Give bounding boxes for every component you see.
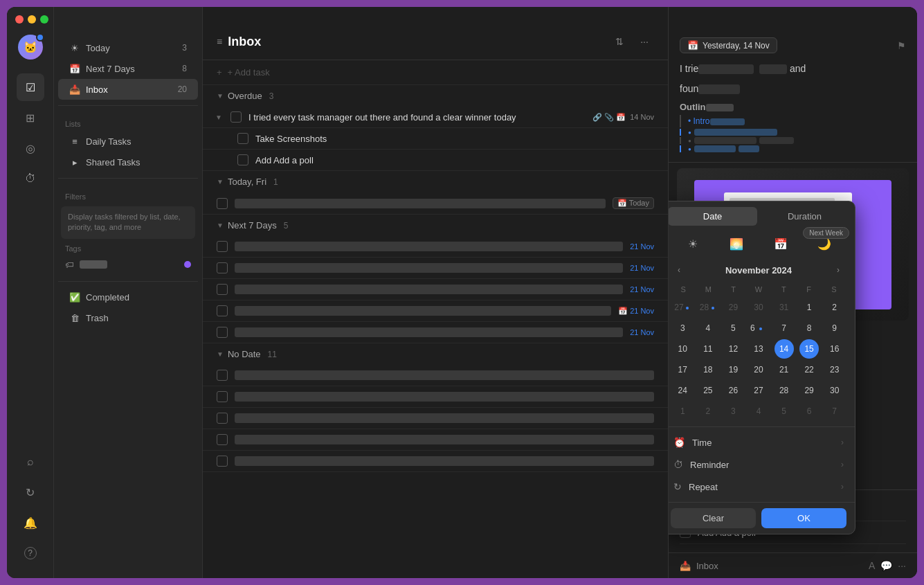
date-badge[interactable]: 📅 Yesterday, 14 Nov [680, 37, 777, 53]
cal-day-14-today[interactable]: 14 [774, 339, 794, 359]
cal-day-20[interactable]: 20 [749, 360, 768, 379]
expand-icon[interactable]: ▼ [214, 112, 224, 122]
subtask-checkbox[interactable] [237, 133, 248, 144]
task-checkbox[interactable] [217, 241, 228, 252]
tag-item[interactable]: 🏷 [65, 257, 191, 273]
sidebar-item-completed[interactable]: ✅ Completed [58, 287, 198, 308]
cal-day-6-dec[interactable]: 6 [799, 402, 819, 421]
task-checkbox[interactable] [217, 284, 228, 295]
table-row[interactable]: ▼ I tried every task manager out there a… [203, 107, 668, 128]
cal-day-5-dec[interactable]: 5 [774, 402, 794, 421]
task-checkbox[interactable] [217, 413, 228, 424]
table-row[interactable]: Take Screenshots [203, 128, 668, 150]
sidebar-item-inbox[interactable]: 📥 Inbox 20 [58, 79, 198, 100]
sidebar-item-today[interactable]: ☑ [17, 73, 44, 101]
maximize-button[interactable] [40, 15, 48, 24]
cal-calendar-icon-btn[interactable]: 📅 [770, 233, 792, 255]
cal-day-18[interactable]: 18 [698, 360, 718, 379]
cal-day-19[interactable]: 19 [723, 360, 743, 379]
cal-day-15[interactable]: 15 [799, 339, 819, 359]
section-header-overdue[interactable]: ▼ Overdue 3 [203, 85, 668, 107]
section-header-next7days[interactable]: ▼ Next 7 Days 5 [203, 215, 668, 236]
cal-day-4[interactable]: 4 [698, 318, 718, 338]
sidebar-item-trash[interactable]: 🗑 Trash [58, 308, 198, 329]
task-checkbox[interactable] [217, 198, 228, 209]
sidebar-item-clock[interactable]: ⏱ [17, 165, 44, 192]
task-checkbox[interactable] [217, 262, 228, 273]
table-row[interactable]: 21 Nov [203, 322, 668, 343]
cal-day-30-oct[interactable]: 30 [749, 298, 768, 317]
cal-day-21[interactable]: 21 [774, 360, 794, 379]
sidebar-item-today[interactable]: ☀ Today 3 [58, 37, 198, 58]
comment-action-btn[interactable]: 💬 [880, 560, 892, 571]
font-action-btn[interactable]: A [869, 560, 875, 571]
cal-day-8[interactable]: 8 [799, 318, 819, 338]
avatar[interactable]: 🐱 [18, 35, 43, 60]
cal-day-12[interactable]: 12 [723, 339, 743, 359]
cal-day-11[interactable]: 11 [698, 339, 718, 359]
refresh-icon-btn[interactable]: ↻ [17, 478, 44, 506]
table-row[interactable] [203, 408, 668, 429]
task-checkbox[interactable] [217, 456, 228, 467]
cal-day-10[interactable]: 10 [673, 339, 692, 359]
cal-day-9[interactable]: 9 [825, 318, 844, 338]
cal-day-29[interactable]: 29 [799, 381, 819, 400]
subtask-checkbox[interactable] [237, 154, 248, 165]
cal-day-22[interactable]: 22 [799, 360, 819, 379]
cal-day-7[interactable]: 7 [774, 318, 794, 338]
more-options-button[interactable]: ··· [635, 32, 654, 51]
task-checkbox[interactable] [217, 391, 228, 402]
ok-button[interactable]: OK [761, 508, 846, 528]
table-row[interactable]: 21 Nov [203, 258, 668, 279]
cal-day-26[interactable]: 26 [723, 381, 743, 400]
cal-day-4-dec[interactable]: 4 [749, 402, 768, 421]
cal-sunset-icon-btn[interactable]: 🌅 [725, 233, 748, 255]
cal-day-2[interactable]: 2 [825, 298, 844, 317]
table-row[interactable]: 📅 21 Nov [203, 300, 668, 322]
cal-day-31-oct[interactable]: 31 [774, 298, 794, 317]
minimize-button[interactable] [28, 15, 36, 24]
task-checkbox[interactable] [217, 434, 228, 445]
cal-day-17[interactable]: 17 [673, 360, 692, 379]
bell-icon-btn[interactable]: 🔔 [17, 509, 44, 537]
table-row[interactable]: 21 Nov [203, 279, 668, 300]
sidebar-item-focus[interactable]: ◎ [17, 134, 44, 162]
cal-day-23[interactable]: 23 [825, 360, 844, 379]
flag-button[interactable]: ⚑ [897, 40, 906, 51]
table-row[interactable]: 21 Nov [203, 236, 668, 258]
table-row[interactable] [203, 365, 668, 386]
clear-button[interactable]: Clear [671, 508, 756, 528]
sidebar-item-shared-tasks[interactable]: ▸ Shared Tasks [58, 152, 198, 172]
cal-option-repeat[interactable]: ↻ Repeat › [668, 476, 855, 498]
sidebar-item-daily-tasks[interactable]: ≡ Daily Tasks [58, 131, 198, 152]
cal-day-28[interactable]: 28 [774, 381, 794, 400]
cal-sun-icon-btn[interactable]: ☀ [682, 233, 704, 255]
cal-day-2-dec[interactable]: 2 [698, 402, 718, 421]
cal-day-1[interactable]: 1 [799, 298, 819, 317]
task-checkbox[interactable] [217, 305, 228, 316]
cal-day-27[interactable]: 27 [749, 381, 768, 400]
table-row[interactable]: 📅 Today [203, 192, 668, 215]
task-checkbox[interactable] [230, 111, 242, 123]
more-action-btn[interactable]: ··· [898, 560, 906, 571]
cal-prev-btn[interactable]: ‹ [671, 262, 687, 278]
cal-day-5[interactable]: 5 [723, 318, 743, 338]
cal-day-7-dec[interactable]: 7 [825, 402, 844, 421]
add-task-bar[interactable]: + + Add task [203, 60, 668, 85]
cal-day-13[interactable]: 13 [749, 339, 768, 359]
sort-button[interactable]: ⇅ [610, 32, 629, 51]
table-row[interactable] [203, 386, 668, 408]
cal-next-btn[interactable]: › [830, 262, 846, 278]
section-header-nodate[interactable]: ▼ No Date 11 [203, 343, 668, 365]
cal-day-29-oct[interactable]: 29 [723, 298, 743, 317]
cal-day-27-oct[interactable]: 27 [673, 298, 692, 317]
cal-day-16[interactable]: 16 [825, 339, 844, 359]
cal-tab-duration[interactable]: Duration [760, 207, 849, 226]
cal-option-reminder[interactable]: ⏱ Reminder › [668, 453, 855, 476]
table-row[interactable]: Add Add a poll [203, 150, 668, 171]
cal-day-30[interactable]: 30 [825, 381, 844, 400]
task-checkbox[interactable] [217, 370, 228, 381]
cal-day-25[interactable]: 25 [698, 381, 718, 400]
cal-day-3-dec[interactable]: 3 [723, 402, 743, 421]
task-checkbox[interactable] [217, 327, 228, 338]
